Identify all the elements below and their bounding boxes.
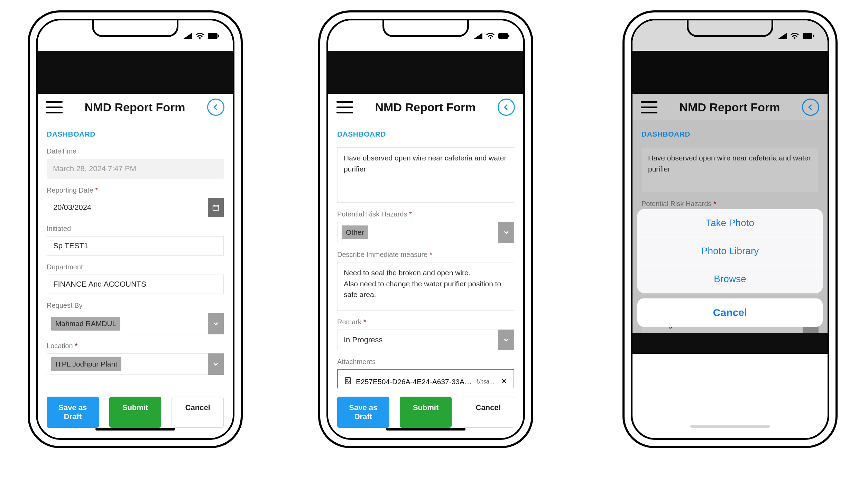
phone-notch [382, 19, 469, 37]
app-top-black-bar [38, 51, 233, 94]
field-risk-hazards: Potential Risk Hazards* Other [337, 210, 514, 243]
label-request-by: Request By [47, 302, 224, 309]
screen-1: NMD Report Form DASHBOARD DateTime March… [38, 20, 233, 438]
submit-button[interactable]: Submit [109, 397, 161, 428]
svg-rect-10 [498, 33, 508, 39]
select-request-by[interactable]: Mahmad RAMDUL [47, 313, 224, 334]
svg-point-1 [199, 37, 201, 39]
chip-risk-hazards: Other [342, 225, 368, 239]
chevron-down-icon[interactable] [498, 330, 514, 350]
chevron-down-icon[interactable] [498, 222, 514, 243]
svg-marker-8 [473, 33, 482, 39]
calendar-icon[interactable] [208, 198, 224, 217]
input-initiated[interactable]: Sp TEST1 [47, 236, 224, 256]
remove-attachment-icon[interactable] [501, 378, 507, 386]
chip-request-by: Mahmad RAMDUL [51, 317, 120, 331]
select-location[interactable]: ITPL Jodhpur Plant [47, 353, 224, 375]
battery-icon [498, 33, 509, 39]
wifi-icon [195, 33, 204, 39]
label-immediate-measure: Describe Immediate measure* [337, 251, 514, 259]
field-location: Location* ITPL Jodhpur Plant [47, 342, 224, 375]
action-take-photo[interactable]: Take Photo [637, 209, 823, 237]
select-remark[interactable]: In Progress [337, 330, 514, 350]
hamburger-menu-icon[interactable] [336, 101, 353, 113]
dashboard-link[interactable]: DASHBOARD [337, 130, 514, 138]
label-department: Department [47, 263, 224, 271]
dashboard-link[interactable]: DASHBOARD [47, 130, 224, 138]
footer-button-row: Save as Draft Submit Cancel [328, 388, 523, 438]
phone-mockup-1: NMD Report Form DASHBOARD DateTime March… [28, 10, 243, 448]
home-indicator [386, 428, 465, 431]
svg-point-13 [347, 379, 348, 380]
chevron-down-icon[interactable] [208, 313, 224, 334]
textarea-immediate-measure[interactable]: Need to seal the broken and open wire. A… [337, 262, 514, 311]
image-file-icon [344, 377, 352, 386]
phone-inner-frame: NMD Report Form DASHBOARD Have observed … [326, 19, 525, 440]
form-body: DASHBOARD DateTime March 28, 2024 7:47 P… [38, 120, 233, 388]
app-header: NMD Report Form [328, 94, 523, 120]
hamburger-menu-icon[interactable] [46, 101, 63, 113]
back-button[interactable] [498, 99, 515, 116]
action-browse[interactable]: Browse [637, 265, 823, 293]
field-initiated: Initiated Sp TEST1 [47, 225, 224, 256]
screen-2: NMD Report Form DASHBOARD Have observed … [328, 20, 523, 438]
footer-button-row: Save as Draft Submit Cancel [38, 388, 233, 438]
field-department: Department FINANCE And ACCOUNTS [47, 263, 224, 294]
triptych-canvas: NMD Report Form DASHBOARD DateTime March… [0, 0, 868, 481]
input-reporting-date[interactable]: 20/03/2024 [47, 198, 224, 217]
page-title: NMD Report Form [63, 101, 207, 114]
field-request-by: Request By Mahmad RAMDUL [47, 302, 224, 334]
cancel-button[interactable]: Cancel [172, 397, 224, 428]
field-remark: Remark* In Progress [337, 318, 514, 350]
chip-location: ITPL Jodhpur Plant [51, 357, 121, 371]
action-photo-library[interactable]: Photo Library [637, 237, 823, 265]
action-cancel[interactable]: Cancel [637, 298, 823, 327]
status-icons [183, 33, 219, 39]
signal-icon [183, 33, 192, 39]
field-attachments: Attachments E257E504-D26A-4E24-A637-33AB… [337, 358, 514, 388]
chevron-down-icon[interactable] [208, 353, 224, 375]
save-draft-button[interactable]: Save as Draft [337, 397, 389, 428]
attachment-filename: E257E504-D26A-4E24-A637-33AB9CA8E83… [356, 378, 472, 386]
label-remark: Remark* [337, 318, 514, 326]
phone-mockup-2: NMD Report Form DASHBOARD Have observed … [318, 10, 533, 448]
svg-rect-11 [508, 35, 509, 37]
page-title: NMD Report Form [353, 101, 498, 114]
battery-icon [208, 33, 219, 39]
phone-mockup-3: NMD Report Form DASHBOARD Have observed … [622, 10, 838, 448]
input-department[interactable]: FINANCE And ACCOUNTS [47, 275, 224, 294]
svg-point-9 [490, 37, 491, 39]
textarea-observation[interactable]: Have observed open wire near cafeteria a… [337, 147, 514, 203]
field-observation: Have observed open wire near cafeteria a… [337, 147, 514, 203]
svg-rect-4 [213, 205, 219, 211]
cancel-button[interactable]: Cancel [462, 397, 514, 428]
home-indicator [690, 425, 770, 428]
svg-marker-0 [183, 33, 192, 39]
label-reporting-date: Reporting Date* [47, 186, 224, 194]
field-immediate-measure: Describe Immediate measure* Need to seal… [337, 251, 514, 311]
action-sheet: Take Photo Photo Library Browse [637, 209, 823, 293]
status-icons [473, 33, 509, 39]
modal-overlay[interactable]: Take Photo Photo Library Browse Cancel [632, 20, 828, 354]
select-risk-hazards[interactable]: Other [337, 222, 514, 243]
svg-rect-3 [218, 35, 219, 37]
bottom-black-bar [632, 333, 828, 354]
form-body: DASHBOARD Have observed open wire near c… [328, 120, 523, 388]
wifi-icon [486, 33, 495, 39]
save-draft-button[interactable]: Save as Draft [47, 397, 99, 428]
phone-inner-frame: NMD Report Form DASHBOARD Have observed … [631, 19, 829, 440]
submit-button[interactable]: Submit [400, 397, 452, 428]
home-indicator [95, 428, 175, 431]
app-top-black-bar [328, 51, 523, 94]
svg-rect-2 [208, 33, 218, 39]
label-attachments: Attachments [337, 358, 514, 366]
field-datetime: DateTime March 28, 2024 7:47 PM [47, 147, 224, 179]
remark-value: In Progress [337, 330, 498, 350]
attachment-status: Unsa… [477, 379, 495, 385]
label-initiated: Initiated [47, 225, 224, 233]
phone-inner-frame: NMD Report Form DASHBOARD DateTime March… [36, 19, 234, 440]
screen-3: NMD Report Form DASHBOARD Have observed … [632, 20, 828, 354]
back-button[interactable] [207, 99, 224, 116]
label-location: Location* [47, 342, 224, 350]
signal-icon [473, 33, 482, 39]
